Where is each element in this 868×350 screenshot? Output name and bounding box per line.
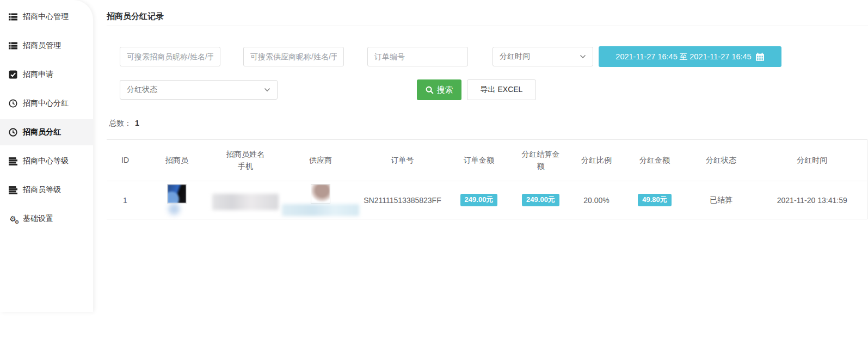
- sidebar-item-staff-level[interactable]: 招商员等级: [0, 177, 93, 203]
- col-order-amount: 订单金额: [445, 140, 513, 181]
- export-excel-button[interactable]: 导出 EXCEL: [467, 79, 536, 100]
- dividend-amount-badge: 49.80元: [638, 194, 672, 206]
- search-icon: [426, 86, 434, 94]
- sidebar-item-merchant-apply[interactable]: 招商申请: [0, 62, 93, 88]
- search-button-label: 搜索: [437, 85, 453, 95]
- clock-icon: [8, 128, 17, 137]
- time-type-select[interactable]: 分红时间: [493, 47, 593, 66]
- sidebar-item-merchant-center-mgmt[interactable]: 招商中心管理: [0, 4, 93, 30]
- col-status: 分红状态: [685, 140, 758, 181]
- settle-amount-badge: 249.00元: [522, 194, 559, 206]
- cogs-icon: ⚙⚙: [8, 214, 17, 224]
- check-square-icon: [8, 70, 17, 79]
- cell-ratio: 20.00%: [568, 181, 625, 219]
- dividend-status-select[interactable]: 分红状态: [120, 80, 278, 100]
- table-header-row: ID 招商员 招商员姓名手机 供应商 订单号 订单金额 分红结算金额 分红比例 …: [107, 140, 867, 181]
- time-type-selected-value: 分红时间: [500, 52, 530, 62]
- cell-id: 1: [107, 181, 144, 219]
- col-settle-amount: 分红结算金额: [513, 140, 568, 181]
- col-time: 分红时间: [758, 140, 867, 181]
- date-range-button[interactable]: 2021-11-27 16:45 至 2021-11-27 16:45: [599, 46, 781, 67]
- merchant-avatar: [167, 184, 187, 204]
- chevron-down-icon: [264, 88, 270, 92]
- sidebar-item-label: 招商中心管理: [23, 12, 69, 22]
- export-button-label: 导出 EXCEL: [481, 85, 523, 95]
- col-ratio: 分红比例: [568, 140, 625, 181]
- cell-order-amount: 249.00元: [445, 181, 513, 219]
- sidebar-item-label: 招商中心分红: [23, 99, 69, 108]
- col-id: ID: [107, 140, 144, 181]
- bars-icon: [8, 186, 17, 195]
- cell-dividend-amount: 49.80元: [625, 181, 685, 219]
- merchant-name-phone-blurred: [212, 194, 279, 210]
- sidebar-item-merchant-staff-mgmt[interactable]: 招商员管理: [0, 33, 93, 59]
- col-order-no: 订单号: [360, 140, 445, 181]
- supplier-name-blurred: [282, 204, 359, 216]
- sidebar: 招商中心管理 招商员管理 招商申请 招商中心分红 招商员分红: [0, 0, 93, 312]
- date-range-value: 2021-11-27 16:45 至 2021-11-27 16:45: [615, 52, 751, 62]
- sidebar-item-label: 基础设置: [23, 214, 53, 224]
- col-merchant-name-phone: 招商员姓名手机: [210, 140, 281, 181]
- status-selected-value: 分红状态: [127, 85, 157, 95]
- col-dividend-amount: 分红金额: [625, 140, 685, 181]
- page-title: 招商员分红记录: [107, 11, 164, 22]
- total-count: 总数：1: [109, 119, 139, 128]
- sidebar-item-label: 招商申请: [23, 70, 53, 79]
- sidebar-item-center-level[interactable]: 招商中心等级: [0, 148, 93, 174]
- cell-order-no: SN21111513385823FF: [360, 181, 445, 219]
- cell-merchant-name-phone: [210, 181, 281, 219]
- page: 招商中心管理 招商员管理 招商申请 招商中心分红 招商员分红: [0, 0, 868, 350]
- sidebar-item-basic-settings[interactable]: ⚙⚙ 基础设置: [0, 206, 93, 232]
- cell-merchant: [144, 181, 210, 219]
- list-icon: [8, 13, 17, 22]
- sidebar-item-label: 招商员等级: [23, 185, 61, 195]
- cell-status: 已结算: [685, 181, 758, 219]
- supplier-avatar: [311, 184, 330, 204]
- sidebar-item-label: 招商员分红: [23, 127, 61, 137]
- clock-icon: [8, 99, 17, 108]
- bars-icon: [8, 157, 17, 166]
- order-amount-badge: 249.00元: [460, 194, 498, 206]
- col-merchant: 招商员: [144, 140, 210, 181]
- search-button[interactable]: 搜索: [417, 79, 461, 100]
- supplier-search-input[interactable]: [243, 47, 344, 66]
- total-count-value: 1: [135, 119, 139, 127]
- calendar-icon: [755, 52, 765, 62]
- title-divider: [107, 26, 868, 26]
- total-count-label: 总数：: [109, 119, 132, 127]
- order-no-input[interactable]: [367, 47, 468, 66]
- chevron-down-icon: [580, 54, 586, 59]
- merchant-name-blurred: [167, 202, 181, 216]
- cell-settle-amount: 249.00元: [513, 181, 568, 219]
- list-icon: [8, 41, 17, 51]
- cell-supplier: [281, 181, 360, 219]
- sidebar-item-label: 招商员管理: [23, 41, 61, 51]
- cell-time: 2021-11-20 13:41:59: [758, 181, 867, 219]
- merchant-search-input[interactable]: [120, 47, 220, 66]
- col-supplier: 供应商: [281, 140, 360, 181]
- sidebar-item-staff-dividend[interactable]: 招商员分红: [0, 119, 93, 145]
- sidebar-item-label: 招商中心等级: [23, 156, 69, 166]
- sidebar-item-center-dividend[interactable]: 招商中心分红: [0, 90, 93, 116]
- table-row: 1 SN21111513385823FF 249.00元: [107, 181, 867, 219]
- dividend-table: ID 招商员 招商员姓名手机 供应商 订单号 订单金额 分红结算金额 分红比例 …: [107, 139, 867, 219]
